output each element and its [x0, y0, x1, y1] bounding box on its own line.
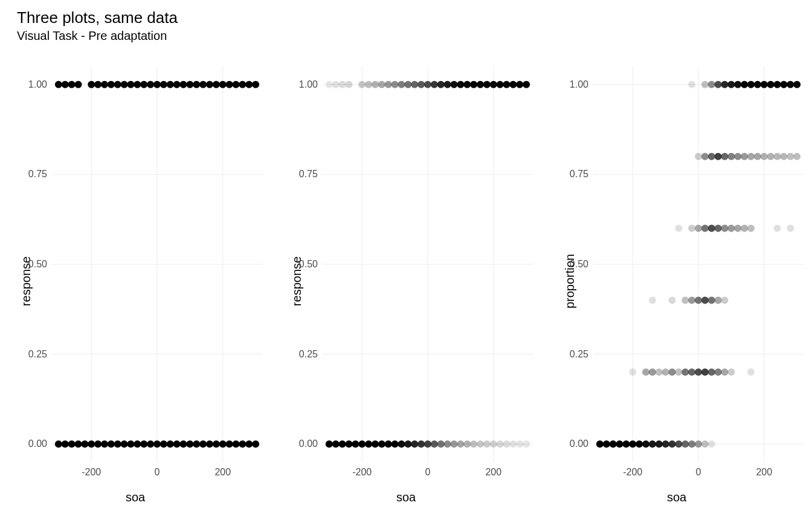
data-point	[688, 368, 695, 376]
data-point	[378, 81, 385, 88]
data-point	[213, 440, 220, 448]
plot-area: 0.000.250.500.751.00-2000200	[593, 67, 804, 462]
data-point	[365, 81, 372, 88]
data-point	[437, 81, 445, 88]
data-point	[153, 81, 161, 88]
figure-title: Three plots, same data	[17, 8, 178, 27]
x-tick-label: 200	[214, 467, 231, 477]
data-point	[114, 440, 121, 448]
x-tick-label: -200	[623, 467, 642, 477]
data-point	[734, 81, 741, 88]
y-tick-label: 0.25	[570, 349, 588, 359]
data-point	[780, 81, 787, 88]
x-axis-label: soa	[271, 490, 541, 504]
data-point	[656, 368, 663, 376]
data-point	[101, 81, 108, 88]
data-point	[715, 153, 722, 160]
data-point	[160, 81, 167, 88]
data-point	[108, 81, 115, 88]
data-point	[767, 81, 775, 88]
figure: Three plots, same data Visual Task - Pre…	[0, 0, 812, 508]
data-point	[219, 81, 227, 88]
data-point	[147, 81, 154, 88]
data-point	[352, 440, 359, 448]
data-point	[774, 225, 781, 232]
data-point	[741, 153, 748, 160]
data-point	[695, 153, 702, 160]
data-point	[463, 440, 471, 448]
data-point	[662, 440, 669, 448]
data-point	[610, 440, 617, 448]
data-point	[497, 81, 504, 88]
data-point	[503, 440, 511, 448]
data-point	[392, 440, 399, 448]
panel-3: proportion 0.000.250.500.751.00-2000200 …	[541, 54, 812, 508]
data-point	[470, 440, 477, 448]
data-point	[636, 440, 643, 448]
y-tick-label: 0.00	[299, 438, 318, 449]
data-point	[701, 153, 709, 160]
data-point	[629, 440, 636, 448]
data-point	[622, 440, 630, 448]
data-point	[695, 296, 702, 304]
data-point	[616, 440, 624, 448]
panel-2: response 0.000.250.500.751.00-2000200 so…	[271, 54, 541, 508]
data-point	[715, 296, 722, 304]
data-point	[787, 153, 794, 160]
data-point	[642, 368, 649, 376]
data-point	[233, 81, 240, 88]
data-point	[75, 440, 82, 448]
data-point	[346, 81, 353, 88]
data-point	[392, 81, 399, 88]
data-point	[233, 440, 240, 448]
data-point	[385, 440, 392, 448]
data-point	[754, 153, 761, 160]
data-point	[245, 440, 253, 448]
x-tick-label: -200	[352, 467, 372, 477]
data-point	[603, 440, 610, 448]
data-point	[721, 81, 729, 88]
data-point	[649, 296, 656, 304]
x-tick-label: -200	[82, 467, 101, 477]
data-point	[701, 225, 709, 232]
data-point	[483, 81, 491, 88]
data-point	[239, 440, 246, 448]
data-point	[688, 225, 695, 232]
data-point	[398, 440, 405, 448]
data-point	[206, 81, 213, 88]
data-point	[774, 153, 781, 160]
data-point	[398, 81, 405, 88]
data-point	[787, 81, 794, 88]
data-point	[721, 225, 729, 232]
y-tick-label: 0.00	[28, 438, 47, 449]
data-point	[114, 81, 121, 88]
data-point	[134, 440, 141, 448]
data-point	[721, 296, 729, 304]
data-point	[727, 225, 735, 232]
y-tick-label: 0.75	[570, 169, 588, 179]
data-point	[516, 81, 523, 88]
data-point	[62, 81, 69, 88]
data-point	[173, 440, 181, 448]
data-point	[62, 440, 69, 448]
data-point	[523, 440, 530, 448]
data-point	[649, 368, 656, 376]
data-point	[715, 368, 722, 376]
data-point	[708, 440, 715, 448]
data-point	[688, 296, 695, 304]
data-point	[695, 225, 702, 232]
data-point	[153, 440, 161, 448]
data-point	[326, 81, 333, 88]
data-point	[669, 296, 676, 304]
data-point	[727, 153, 735, 160]
data-point	[523, 81, 530, 88]
data-point	[477, 81, 484, 88]
data-point	[787, 225, 794, 232]
data-point	[509, 81, 517, 88]
y-tick-label: 0.25	[299, 349, 318, 359]
x-tick-label: 0	[425, 467, 431, 477]
y-tick-label: 0.00	[570, 438, 588, 449]
y-tick-label: 0.50	[570, 259, 588, 269]
data-point	[675, 368, 682, 376]
data-point	[94, 81, 102, 88]
